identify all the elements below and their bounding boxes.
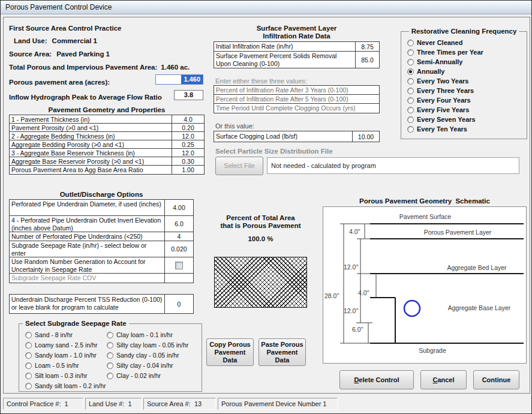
total-area-value: 1.460 ac. [161, 64, 190, 71]
value-cell[interactable]: 4.0 [172, 115, 204, 123]
radio-every-two-years[interactable]: Every Two Years [407, 77, 468, 85]
table-row: Porous Pavement Area to Agg Base Area Ra… [10, 166, 204, 174]
schematic-drawing: Pavement Surface Porous Pavement Layer A… [323, 207, 526, 363]
title-bar[interactable]: Porous Pavement Control Device [1, 1, 531, 14]
inflow-ratio-label: Inflow Hydrograph Peak to Average Flow R… [9, 94, 162, 101]
random-seepage-checkbox[interactable] [175, 262, 183, 269]
value-cell[interactable]: 4 [164, 232, 193, 241]
radio-every-three-years[interactable]: Every Three Years [407, 87, 474, 94]
row-label: Surface Pavement Percent Solids Removal … [214, 52, 355, 68]
row-label: Subgrade Seepage Rate (in/hr) - select b… [10, 241, 164, 257]
value-cell[interactable]: 4.00 [164, 200, 193, 215]
radio-loamy-sand[interactable]: Loamy sand - 2.5 in/hr [25, 341, 97, 349]
radio-icon [107, 332, 113, 338]
random-seepage-cell [164, 257, 193, 273]
geometry-table: 1 - Pavement Thickness (in) 4.0 Pavement… [9, 115, 205, 175]
inflow-ratio-input[interactable]: 3.8 [174, 90, 203, 100]
status-device: Porous Pavement Device Number 1 [218, 398, 338, 410]
value-cell[interactable]: 1.00 [172, 166, 204, 174]
radio-every-five-years[interactable]: Every Five Years [407, 106, 469, 113]
radio-sand[interactable]: Sand - 8 in/hr [25, 331, 73, 338]
radio-icon [407, 116, 414, 123]
seepage-cov-cell[interactable] [164, 274, 193, 283]
radio-never-cleaned[interactable]: Never Cleaned [407, 39, 462, 46]
value-cell[interactable]: 0.020 [164, 241, 193, 257]
window-title: Porous Pavement Control Device [5, 3, 112, 11]
schematic-title: Porous Pavement Geometry Schematic [323, 197, 527, 205]
radio-selected-icon [407, 68, 414, 75]
pavement-surface-label: Pavement Surface [399, 213, 452, 220]
outlet-table: Perforated Pipe Underdrain Diameter, if … [9, 199, 194, 283]
paste-porous-data-button[interactable]: Paste Porous Pavement Data [259, 338, 306, 366]
radio-silty-clay-loam[interactable]: Silty clay loam - 0.05 in/hr [107, 341, 188, 349]
radio-three-times-per-year[interactable]: Three Times per Year [407, 49, 483, 56]
value-cell[interactable]: 0.20 [172, 124, 204, 131]
land-use-value: Commercial 1 [52, 37, 97, 44]
radio-icon [107, 362, 113, 369]
clogging-load-box: Surface Clogging Load (lb/sf) 10.00 [214, 131, 380, 142]
table-row: Percent of Infiltration Rate After 3 Yea… [214, 86, 379, 95]
radio-icon [107, 373, 113, 379]
value-cell[interactable]: 12.0 [172, 149, 204, 157]
schematic-box: Pavement Surface Porous Pavement Layer A… [323, 206, 527, 364]
value-cell[interactable]: 0.30 [172, 157, 204, 165]
status-bar: Control Practice #: 1 Land Use #: 1 Sour… [1, 395, 531, 414]
table-row: Initial Infiltration Rate (in/hr) 8.75 [214, 42, 379, 52]
underdrain-pipe-icon [404, 301, 420, 316]
outlet-title: Outlet/Discharge Options [9, 191, 194, 199]
row-label[interactable]: Percent of Infiltration Rate After 5 Yea… [214, 95, 379, 103]
copy-porous-data-button[interactable]: Copy Porous Pavement Data [206, 338, 254, 366]
row-label: Aggregate Base Reservoir Porosity (>0 an… [10, 157, 172, 165]
radio-icon [407, 97, 414, 104]
row-label: Use Random Number Generation to Account … [10, 257, 164, 273]
radio-every-seven-years[interactable]: Every Seven Years [407, 116, 476, 123]
row-label[interactable]: Percent of Infiltration Rate After 3 Yea… [214, 86, 379, 94]
cancel-button[interactable]: Cancel [420, 370, 467, 389]
radio-icon [25, 362, 32, 369]
total-area-label: Total Porous and Impervious Pavement Are… [9, 64, 157, 71]
radio-every-four-years[interactable]: Every Four Years [407, 97, 471, 104]
dim-bed-label: 12.0'' [344, 263, 358, 271]
row-label: Initial Infiltration Rate (in/hr) [214, 42, 355, 51]
table-row: Number of Perforated Pipe Underdrains (<… [10, 232, 193, 241]
radio-sandy-loam[interactable]: Sandy loam - 1.0 in/hr [25, 352, 97, 359]
porous-pavement-hatch-swatch [214, 257, 307, 308]
particle-file-path-box[interactable]: Not needed - calculated by program [267, 157, 519, 174]
value-cell[interactable]: 85.0 [355, 52, 379, 68]
value-cell[interactable]: 6.0 [164, 216, 193, 232]
radio-clay[interactable]: Clay - 0.02 in/hr [107, 372, 161, 379]
value-cell[interactable]: 8.75 [355, 42, 379, 51]
value-cell[interactable]: 0.25 [172, 140, 204, 148]
radio-silt-loam[interactable]: Silt loam - 0.3 in/hr [25, 372, 88, 379]
porous-area-selected-text: 1.460 [181, 75, 203, 84]
select-file-button[interactable]: Select File [215, 157, 263, 175]
tss-value-cell[interactable]: 0 [164, 295, 193, 313]
dim-base-label: 12.0'' [344, 307, 358, 314]
percent-area-value: 100.0 % [214, 235, 308, 243]
radio-loam[interactable]: Loam - 0.5 in/hr [25, 362, 79, 369]
radio-semi-annually[interactable]: Semi-Annually [407, 58, 462, 65]
value-cell[interactable]: 12.0 [172, 132, 204, 140]
table-row: 3 - Aggregate Base Reservoir Thickness (… [10, 149, 204, 157]
cleaning-frequency-group: Restorative Cleaning Frequency Never Cle… [401, 31, 527, 139]
row-label: 4 - Perforated Pipe Underdrain Outlet In… [10, 216, 164, 232]
seepage-cov-label: Subgrade Seepage Rate COV [10, 274, 164, 283]
row-label[interactable]: Time Period Until Complete Clogging Occu… [214, 104, 379, 113]
radio-sandy-silt-loam[interactable]: Sandy silt loam - 0.2 in/hr [25, 382, 106, 389]
radio-every-ten-years[interactable]: Every Ten Years [407, 125, 467, 133]
clogging-value-cell[interactable]: 10.00 [352, 131, 379, 142]
row-label: Porous Pavement Area to Agg Base Area Ra… [10, 166, 172, 174]
radio-silty-clay[interactable]: Silty clay - 0.04 in/hr [107, 362, 173, 369]
tss-label: Underdrain Discharge Percent TSS Reducti… [10, 295, 164, 313]
table-row: 1 - Pavement Thickness (in) 4.0 [10, 115, 204, 124]
radio-clay-loam[interactable]: Clay loam - 0.1 in/hr [107, 331, 173, 338]
delete-control-button[interactable]: Delete Control [339, 370, 414, 389]
continue-button[interactable]: Continue [473, 370, 519, 389]
infiltration-table: Initial Infiltration Rate (in/hr) 8.75 S… [214, 41, 380, 68]
radio-annually[interactable]: Annually [407, 68, 444, 75]
radio-icon [407, 78, 414, 85]
radio-sandy-clay[interactable]: Sandy clay - 0.05 in/hr [107, 352, 179, 359]
percent-area-line2: that is Porous Pavement [214, 222, 308, 230]
table-row: Surface Pavement Percent Solids Removal … [214, 52, 379, 68]
porous-area-input[interactable]: 1.460 [155, 74, 203, 85]
